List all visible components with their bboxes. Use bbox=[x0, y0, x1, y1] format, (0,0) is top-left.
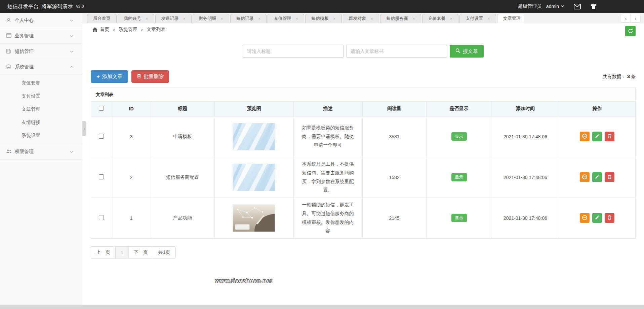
close-icon[interactable]: × bbox=[371, 16, 373, 21]
batch-delete-button[interactable]: 批量删除 bbox=[131, 70, 169, 83]
sidebar-subitem[interactable]: 支付设置 bbox=[0, 90, 82, 103]
delete-button[interactable] bbox=[605, 213, 614, 223]
cell-description: 如果是模板类的短信服务商，需要申请模板。随便申请一个即可 bbox=[293, 116, 362, 157]
user-menu[interactable]: admin bbox=[546, 4, 564, 9]
sidebar-subitem[interactable]: 充值套餐 bbox=[0, 76, 82, 90]
disable-button[interactable] bbox=[580, 172, 590, 182]
next-page-button[interactable]: 下一页 bbox=[128, 246, 153, 259]
tab-11[interactable]: 文章管理× bbox=[497, 14, 524, 23]
column-header: 操作 bbox=[559, 102, 635, 116]
disable-button[interactable] bbox=[580, 132, 590, 141]
add-article-button[interactable]: + 添加文章 bbox=[91, 70, 128, 83]
tab-2[interactable]: 发送记录× bbox=[155, 14, 192, 23]
database-icon bbox=[6, 64, 11, 69]
pagination: 上一页 1 下一页 共1页 bbox=[91, 246, 176, 259]
sidebar-item-3[interactable]: 系统管理 bbox=[0, 59, 82, 75]
tab-1[interactable]: 我的账号× bbox=[118, 14, 154, 23]
card-icon bbox=[6, 33, 11, 38]
user-role: 超级管理员 bbox=[518, 3, 541, 9]
sidebar-subitem[interactable]: 文章管理 bbox=[0, 103, 82, 116]
tabs-scroll-left-button[interactable]: ‹ bbox=[621, 14, 631, 23]
breadcrumb-separator: > bbox=[113, 27, 115, 32]
sidebar-subitem[interactable]: 友情链接 bbox=[0, 116, 82, 129]
refresh-button[interactable] bbox=[625, 26, 636, 36]
tab-bar: 后台首页我的账号×发送记录×财务明细×短信记录×充值管理×短信模板×群发对象×短… bbox=[82, 13, 644, 23]
close-icon[interactable]: × bbox=[412, 16, 415, 21]
sidebar-item-label: 业务管理 bbox=[15, 33, 34, 39]
app-version: v3.0 bbox=[76, 4, 84, 9]
sidebar-item-label: 权限管理 bbox=[15, 149, 34, 155]
tab-7[interactable]: 群发对象× bbox=[343, 14, 379, 23]
tab-5[interactable]: 充值管理× bbox=[268, 14, 304, 23]
tab-3[interactable]: 财务明细× bbox=[193, 14, 229, 23]
edit-button[interactable] bbox=[592, 172, 602, 182]
breadcrumb-separator: > bbox=[141, 27, 144, 32]
sms-icon bbox=[6, 49, 11, 54]
cell-visible: 显示 bbox=[426, 198, 492, 238]
desc-search-input[interactable] bbox=[346, 45, 447, 58]
sidebar-item-1[interactable]: 业务管理 bbox=[0, 28, 82, 44]
cell-time: 2021-01-30 17:48:06 bbox=[492, 198, 559, 238]
sidebar-collapse-handle[interactable]: ‹ bbox=[82, 121, 86, 136]
ban-icon bbox=[582, 174, 588, 181]
close-icon[interactable]: × bbox=[487, 16, 490, 21]
tab-6[interactable]: 短信模板× bbox=[305, 14, 342, 23]
home-icon bbox=[92, 27, 97, 32]
close-icon[interactable]: × bbox=[220, 16, 223, 21]
panel-title: 文章列表 bbox=[91, 88, 635, 102]
table-row: 1产品功能一款辅助的短信，群发工具。可绕过短信服务商的模板审核。发你想发的内容2… bbox=[91, 198, 635, 238]
close-icon[interactable]: × bbox=[146, 16, 148, 21]
delete-button[interactable] bbox=[605, 132, 614, 141]
tab-4[interactable]: 短信记录× bbox=[230, 14, 267, 23]
chevron-down-icon bbox=[70, 19, 74, 23]
select-all-cell bbox=[91, 102, 112, 116]
sidebar-subitem[interactable]: 系统设置 bbox=[0, 129, 82, 142]
prev-page-button[interactable]: 上一页 bbox=[91, 246, 116, 259]
cell-id: 3 bbox=[112, 116, 151, 157]
cell-views: 3531 bbox=[362, 116, 426, 157]
cell-actions bbox=[559, 198, 635, 238]
current-page-button[interactable]: 1 bbox=[115, 246, 129, 259]
title-search-input[interactable] bbox=[243, 45, 344, 58]
tab-9[interactable]: 充值套餐× bbox=[422, 14, 459, 23]
trash-icon bbox=[607, 174, 612, 180]
cell-views: 2145 bbox=[362, 198, 426, 238]
cell-title: 短信服务商配置 bbox=[151, 157, 214, 198]
row-checkbox[interactable] bbox=[99, 215, 104, 220]
disable-button[interactable] bbox=[580, 213, 590, 223]
delete-button[interactable] bbox=[605, 172, 614, 182]
breadcrumb-section[interactable]: 系统管理 bbox=[119, 27, 137, 33]
mail-icon[interactable] bbox=[574, 4, 581, 9]
sidebar-item-4[interactable]: 权限管理 bbox=[0, 144, 82, 160]
edit-button[interactable] bbox=[592, 132, 602, 141]
tab-0[interactable]: 后台首页 bbox=[87, 14, 117, 23]
tab-10[interactable]: 支付设置× bbox=[459, 14, 496, 23]
visible-badge: 显示 bbox=[451, 132, 467, 141]
sidebar-item-2[interactable]: 短信管理 bbox=[0, 44, 82, 59]
preview-image bbox=[233, 164, 275, 191]
tabs-scroll-right-button[interactable]: › bbox=[631, 14, 641, 23]
chevron-up-icon bbox=[70, 65, 74, 69]
row-checkbox[interactable] bbox=[99, 134, 104, 139]
select-all-checkbox[interactable] bbox=[99, 106, 104, 111]
visible-badge: 显示 bbox=[451, 214, 467, 222]
close-icon[interactable]: × bbox=[183, 16, 186, 21]
cell-id: 1 bbox=[112, 198, 151, 238]
pencil-icon bbox=[595, 174, 600, 180]
close-icon[interactable]: × bbox=[450, 16, 453, 21]
breadcrumb-home[interactable]: 首页 bbox=[100, 27, 109, 33]
close-icon[interactable]: × bbox=[258, 16, 261, 21]
tab-8[interactable]: 短信服务商× bbox=[380, 14, 421, 23]
row-checkbox[interactable] bbox=[99, 174, 104, 179]
close-icon[interactable]: × bbox=[295, 16, 298, 21]
column-header: 标题 bbox=[151, 102, 214, 116]
sidebar-item-0[interactable]: 个人中心 bbox=[0, 13, 82, 28]
users-icon bbox=[6, 149, 12, 153]
app-title: 短信群发平台_将军源码演示 bbox=[7, 3, 73, 10]
search-button[interactable]: 搜文章 bbox=[450, 45, 484, 58]
close-icon[interactable]: × bbox=[333, 16, 336, 21]
column-header: 添加时间 bbox=[492, 102, 559, 116]
sidebar-item-label: 短信管理 bbox=[15, 48, 34, 55]
edit-button[interactable] bbox=[592, 213, 602, 223]
tshirt-icon[interactable] bbox=[590, 3, 597, 9]
